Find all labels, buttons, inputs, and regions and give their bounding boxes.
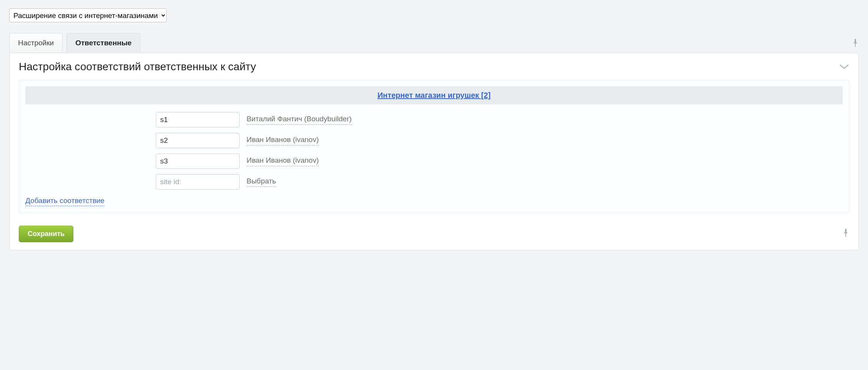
panel-footer: Сохранить — [10, 220, 858, 250]
user-link[interactable]: Виталий Фантич (Boudybuilder) — [247, 115, 352, 125]
mapping-row: Иван Иванов (ivanov) — [156, 154, 843, 169]
select-user-link[interactable]: Выбрать — [247, 177, 276, 187]
panel-title: Настройка соответствий ответственных к с… — [19, 61, 256, 73]
user-link[interactable]: Иван Иванов (ivanov) — [247, 156, 319, 166]
rows-container: Виталий Фантич (Boudybuilder) Иван Ивано… — [156, 112, 843, 190]
shop-bar: Интернет магазин игрушек [2] — [25, 86, 843, 104]
tab-settings[interactable]: Настройки — [9, 33, 63, 53]
chevron-down-icon[interactable] — [839, 64, 849, 69]
mapping-row: Виталий Фантич (Boudybuilder) — [156, 112, 843, 127]
pin-icon[interactable] — [852, 39, 859, 53]
add-mapping-link[interactable]: Добавить соответствие — [25, 197, 104, 206]
shop-link[interactable]: Интернет магазин игрушек [2] — [378, 91, 491, 99]
top-select-wrap: Расширение связи с интернет-магазинами — [4, 4, 864, 24]
site-id-input[interactable] — [156, 112, 240, 127]
main-panel: Настройка соответствий ответственных к с… — [9, 53, 859, 250]
site-id-input[interactable] — [156, 133, 240, 148]
pin-icon[interactable] — [842, 229, 849, 240]
tabs-row: Настройки Ответственные — [4, 24, 864, 53]
mapping-row-new: Выбрать — [156, 174, 843, 190]
extension-select[interactable]: Расширение связи с интернет-магазинами — [9, 8, 167, 22]
panel-header: Настройка соответствий ответственных к с… — [10, 53, 858, 80]
tab-responsible[interactable]: Ответственные — [66, 33, 141, 53]
mappings-box: Интернет магазин игрушек [2] Виталий Фан… — [19, 80, 849, 213]
mapping-row: Иван Иванов (ivanov) — [156, 133, 843, 148]
site-id-input[interactable] — [156, 154, 240, 169]
site-id-input-new[interactable] — [156, 174, 240, 190]
user-link[interactable]: Иван Иванов (ivanov) — [247, 135, 319, 145]
save-button[interactable]: Сохранить — [19, 226, 73, 242]
